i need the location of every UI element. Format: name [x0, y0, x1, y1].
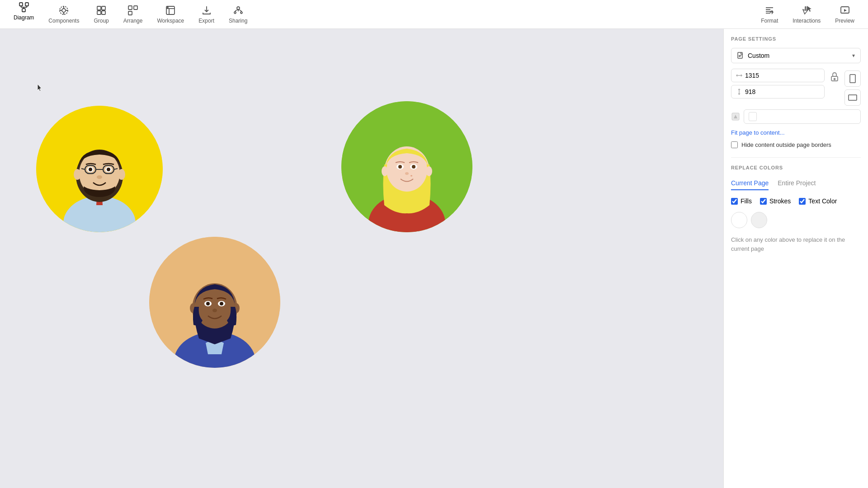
- toolbar-left: Diagram ▼ Components: [7, 0, 254, 31]
- lock-proportions-button[interactable]: [828, 70, 841, 83]
- tab-current-page[interactable]: Current Page: [731, 177, 769, 190]
- sharing-label: Sharing: [229, 18, 247, 24]
- replace-colors-tabs: Current Page Entire Project: [731, 177, 861, 190]
- width-input-wrap: [731, 69, 825, 82]
- text-color-checkbox-item[interactable]: Text Color: [799, 197, 837, 205]
- export-label: Export: [198, 18, 214, 24]
- svg-point-42: [107, 168, 110, 171]
- color-swatch-light-gray[interactable]: [751, 212, 767, 228]
- sharing-icon: [233, 5, 244, 16]
- svg-point-17: [167, 7, 168, 8]
- height-input-wrap: [731, 85, 825, 99]
- svg-point-43: [74, 169, 81, 180]
- strokes-checkbox[interactable]: [760, 198, 767, 205]
- toolbar-arrange[interactable]: Arrange: [117, 1, 149, 28]
- fills-checkbox-item[interactable]: Fills: [731, 197, 752, 205]
- interactions-icon: [801, 5, 812, 16]
- bg-color-input-row: [744, 109, 861, 124]
- strokes-label: Strokes: [769, 197, 791, 205]
- svg-point-65: [206, 302, 210, 305]
- toolbar-diagram[interactable]: Diagram ▼: [7, 0, 40, 31]
- toolbar-components[interactable]: Components: [42, 1, 85, 28]
- svg-rect-76: [849, 95, 857, 100]
- export-icon: [201, 5, 212, 16]
- toolbar: Diagram ▼ Components: [0, 0, 868, 29]
- format-icon: [764, 5, 775, 16]
- svg-rect-75: [850, 75, 855, 83]
- svg-point-74: [834, 79, 835, 80]
- fit-page-link[interactable]: Fit page to content...: [731, 129, 785, 136]
- page-size-dropdown[interactable]: Custom ▾: [731, 48, 861, 63]
- cursor-icon: [36, 83, 45, 92]
- svg-rect-12: [102, 11, 105, 14]
- toolbar-interactions[interactable]: Interactions: [786, 1, 827, 28]
- group-icon: [96, 5, 107, 16]
- color-swatches: [731, 212, 861, 228]
- canvas-area[interactable]: [0, 29, 723, 488]
- svg-point-67: [220, 302, 223, 305]
- height-icon: [736, 89, 742, 95]
- svg-rect-10: [102, 6, 105, 10]
- file-icon: [737, 52, 744, 59]
- svg-point-56: [426, 166, 432, 176]
- color-filter-checkboxes: Fills Strokes Text Color: [731, 197, 861, 205]
- avatar-man-glasses[interactable]: [36, 106, 163, 232]
- group-label: Group: [94, 18, 108, 24]
- svg-point-54: [412, 165, 415, 169]
- arrange-icon: [127, 5, 138, 16]
- text-color-checkbox[interactable]: [799, 198, 806, 205]
- toolbar-export[interactable]: Export: [192, 1, 221, 28]
- hide-content-row: Hide content outside page borders: [731, 141, 861, 148]
- hide-content-label[interactable]: Hide content outside page borders: [741, 141, 831, 148]
- svg-point-18: [237, 7, 240, 9]
- bg-color-hex-input[interactable]: [760, 113, 856, 120]
- arrange-label: Arrange: [123, 18, 143, 24]
- strokes-checkbox-item[interactable]: Strokes: [760, 197, 791, 205]
- replace-colors-title: REPLACE COLORS: [731, 157, 861, 170]
- svg-rect-11: [97, 11, 101, 14]
- avatar-woman-blonde[interactable]: [341, 101, 472, 232]
- portrait-orientation-button[interactable]: [844, 70, 861, 87]
- color-swatch-white[interactable]: [731, 212, 747, 228]
- svg-rect-15: [128, 6, 132, 9]
- svg-rect-9: [97, 6, 101, 10]
- svg-point-33: [97, 175, 102, 179]
- width-input[interactable]: [745, 72, 820, 79]
- chevron-down-icon: ▾: [852, 52, 855, 59]
- toolbar-format[interactable]: Format: [755, 1, 784, 28]
- svg-rect-13: [128, 11, 132, 15]
- toolbar-workspace[interactable]: Workspace: [151, 1, 190, 28]
- width-icon: [736, 72, 742, 79]
- svg-point-57: [410, 175, 412, 177]
- preview-icon: [840, 5, 850, 16]
- svg-rect-0: [19, 3, 23, 6]
- height-input[interactable]: [745, 88, 820, 95]
- components-icon: [58, 5, 69, 16]
- svg-point-40: [89, 168, 92, 171]
- toolbar-sharing[interactable]: Sharing: [222, 1, 254, 28]
- hide-content-checkbox[interactable]: [731, 141, 738, 148]
- text-color-label: Text Color: [808, 197, 837, 205]
- fills-checkbox[interactable]: [731, 198, 738, 205]
- format-label: Format: [761, 18, 778, 24]
- svg-point-50: [405, 172, 409, 175]
- toolbar-preview[interactable]: Preview: [829, 1, 861, 28]
- bg-color-swatch[interactable]: [749, 112, 757, 121]
- preview-label: Preview: [835, 18, 854, 24]
- landscape-orientation-button[interactable]: [844, 89, 861, 106]
- svg-rect-1: [25, 3, 28, 6]
- svg-point-55: [382, 166, 388, 176]
- toolbar-right: Format Interactions Preview: [755, 1, 861, 28]
- workspace-icon: [165, 5, 176, 16]
- bg-fill-icon: [731, 112, 740, 121]
- svg-point-7: [62, 9, 66, 12]
- page-size-dropdown-row: Custom ▾: [731, 48, 861, 63]
- workspace-label: Workspace: [157, 18, 184, 24]
- fills-label: Fills: [741, 197, 752, 205]
- tab-entire-project[interactable]: Entire Project: [778, 177, 816, 190]
- toolbar-group[interactable]: Group: [87, 1, 115, 28]
- sidebar: PAGE SETTINGS Custom ▾: [723, 29, 868, 488]
- dropdown-arrow-icon: ▼: [27, 16, 31, 21]
- svg-point-63: [212, 309, 217, 312]
- avatar-woman-blue-hair[interactable]: [149, 237, 280, 368]
